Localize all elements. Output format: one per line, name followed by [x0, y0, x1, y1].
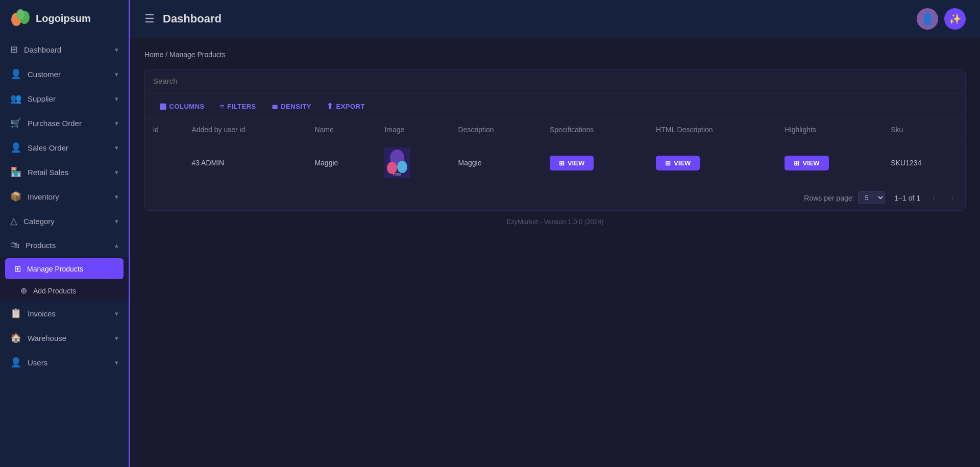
chevron-up-icon: ▴	[115, 241, 118, 249]
sidebar-item-manage-products[interactable]: ⊞ Manage Products	[5, 258, 124, 279]
pagination-info: 1–1 of 1	[894, 194, 920, 202]
table-header-row: id Added by user id Name Image Descripti…	[145, 119, 965, 140]
logo-text: Logoipsum	[36, 13, 91, 24]
dashboard-icon: ⊞	[10, 44, 18, 55]
header: ☰ Dashboard 👤 ✨	[130, 0, 980, 38]
sidebar-item-customer[interactable]: 👤 Customer ▾	[0, 62, 129, 86]
products-submenu: ⊞ Manage Products ⊕ Add Products	[0, 257, 129, 301]
data-table: id Added by user id Name Image Descripti…	[145, 119, 965, 185]
breadcrumb-current: Manage Products	[169, 51, 226, 59]
cell-highlights: ⊞ VIEW	[776, 140, 883, 186]
sidebar-item-warehouse[interactable]: 🏠 Warehouse ▾	[0, 326, 129, 350]
chevron-down-icon: ▾	[115, 334, 118, 342]
category-icon: △	[10, 215, 17, 227]
header-left: ☰ Dashboard	[144, 12, 222, 26]
version-text: EzyMarket - Version 1.0.0 (2024)	[506, 218, 603, 226]
html-description-view-button[interactable]: ⊞ VIEW	[656, 156, 700, 170]
sidebar-item-purchase-order[interactable]: 🛒 Purchase Order ▾	[0, 111, 129, 135]
user-profile-button[interactable]: 👤	[917, 8, 938, 30]
sidebar: Logoipsum ⊞ Dashboard ▾ 👤 Customer ▾ 👥 S…	[0, 0, 130, 467]
cell-name: Maggie	[306, 140, 376, 186]
table-card: ▦ COLUMNS ≡ FILTERS ≣ DENSITY ⬆ EXPORT	[144, 69, 966, 211]
logo-icon	[10, 9, 31, 28]
supplier-icon: 👥	[10, 93, 21, 104]
density-button[interactable]: ≣ DENSITY	[265, 99, 317, 114]
chevron-down-icon: ▾	[115, 168, 118, 176]
cell-html-description: ⊞ VIEW	[648, 140, 776, 186]
sidebar-item-products[interactable]: 🛍 Products ▴	[0, 233, 129, 257]
pagination-next-button[interactable]: ›	[948, 191, 957, 204]
table-row: #3 ADMIN Maggie IMG Maggie ⊞ VIEW ⊞	[145, 140, 965, 186]
chevron-down-icon: ▾	[115, 70, 118, 78]
cell-description: Maggie	[450, 140, 542, 186]
cell-specifications: ⊞ VIEW	[542, 140, 648, 186]
density-label: DENSITY	[281, 103, 311, 110]
table-footer: Rows per page: 5 10 25 50 1–1 of 1 ‹ ›	[145, 185, 965, 210]
pagination-prev-button[interactable]: ‹	[929, 191, 939, 204]
highlights-view-button[interactable]: ⊞ VIEW	[785, 156, 828, 170]
chevron-down-icon: ▾	[115, 359, 118, 366]
breadcrumb-home[interactable]: Home	[144, 51, 163, 59]
export-label: EXPORT	[336, 103, 365, 110]
products-icon: 🛍	[10, 240, 19, 251]
cell-added-by-user-id: #3 ADMIN	[183, 140, 306, 186]
filters-button[interactable]: ≡ FILTERS	[214, 99, 262, 114]
sidebar-label-products: Products	[26, 241, 56, 250]
sparkle-button[interactable]: ✨	[944, 8, 966, 30]
col-header-image: Image	[376, 119, 450, 140]
sidebar-item-dashboard[interactable]: ⊞ Dashboard ▾	[0, 37, 129, 62]
sidebar-label-add-products: Add Products	[33, 287, 76, 295]
chevron-down-icon: ▾	[115, 119, 118, 127]
sidebar-item-add-products[interactable]: ⊕ Add Products	[0, 280, 129, 301]
sidebar-item-sales-order[interactable]: 👤 Sales Order ▾	[0, 135, 129, 160]
col-header-sku: Sku	[883, 119, 965, 140]
sidebar-label-customer: Customer	[28, 70, 61, 79]
sidebar-label-manage-products: Manage Products	[27, 265, 83, 273]
grid-icon: ⊞	[794, 159, 799, 167]
sidebar-item-users[interactable]: 👤 Users ▾	[0, 350, 129, 375]
cell-sku: SKU1234	[883, 140, 965, 186]
sidebar-label-invoices: Invoices	[28, 309, 56, 318]
cell-image: IMG	[376, 140, 450, 186]
col-header-html-description: HTML Description	[648, 119, 776, 140]
main-area: ☰ Dashboard 👤 ✨ Home / Manage Products	[130, 0, 980, 467]
cell-id	[145, 140, 183, 186]
sidebar-item-invoices[interactable]: 📋 Invoices ▾	[0, 301, 129, 326]
chevron-down-icon: ▾	[115, 217, 118, 225]
svg-point-2	[16, 9, 24, 19]
svg-text:IMG: IMG	[394, 172, 401, 177]
sidebar-label-inventory: Inventory	[28, 192, 59, 201]
users-icon: 👤	[10, 357, 21, 368]
filters-label: FILTERS	[227, 103, 256, 110]
warehouse-icon: 🏠	[10, 332, 21, 343]
sidebar-item-supplier[interactable]: 👥 Supplier ▾	[0, 86, 129, 111]
col-header-description: Description	[450, 119, 542, 140]
sidebar-item-retail-sales[interactable]: 🏪 Retail Sales ▾	[0, 160, 129, 184]
inventory-icon: 📦	[10, 191, 21, 202]
sidebar-item-inventory[interactable]: 📦 Inventory ▾	[0, 184, 129, 209]
product-image: IMG	[384, 148, 410, 178]
manage-products-grid-icon: ⊞	[14, 264, 21, 274]
export-button[interactable]: ⬆ EXPORT	[321, 99, 371, 114]
menu-toggle-icon[interactable]: ☰	[144, 12, 155, 26]
sidebar-label-purchase-order: Purchase Order	[28, 119, 82, 128]
page-content: Home / Manage Products ▦ COLUMNS ≡ FILTE…	[130, 38, 980, 467]
specifications-view-button[interactable]: ⊞ VIEW	[550, 156, 594, 170]
invoices-icon: 📋	[10, 308, 21, 319]
sidebar-label-users: Users	[28, 358, 47, 367]
columns-label: COLUMNS	[169, 103, 205, 110]
chevron-down-icon: ▾	[115, 310, 118, 317]
columns-button[interactable]: ▦ COLUMNS	[153, 99, 211, 114]
rows-per-page-control: Rows per page: 5 10 25 50	[804, 191, 885, 204]
col-header-highlights: Highlights	[776, 119, 883, 140]
sidebar-item-category[interactable]: △ Category ▾	[0, 209, 129, 233]
sidebar-label-retail-sales: Retail Sales	[28, 168, 68, 177]
page-title: Dashboard	[163, 12, 222, 26]
density-icon: ≣	[272, 102, 279, 111]
search-input[interactable]	[153, 77, 957, 85]
col-header-added-by-user-id: Added by user id	[183, 119, 306, 140]
rows-per-page-select[interactable]: 5 10 25 50	[858, 191, 885, 204]
grid-icon: ⊞	[559, 159, 565, 167]
page-footer: EzyMarket - Version 1.0.0 (2024)	[144, 211, 966, 233]
header-right: 👤 ✨	[917, 8, 966, 30]
